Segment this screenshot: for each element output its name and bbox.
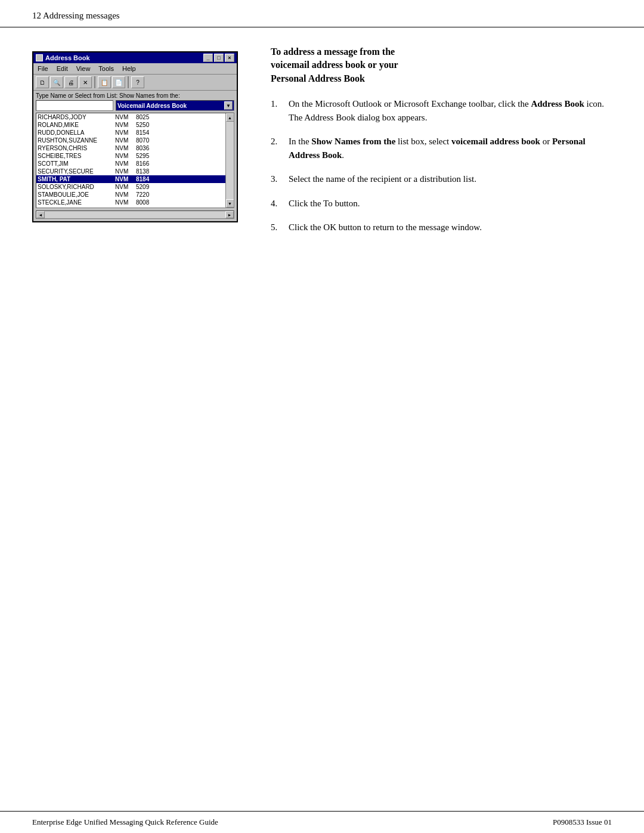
list-item-num: 8154 <box>136 129 233 136</box>
show-names-dropdown[interactable]: Voicemail Address Book ▼ <box>116 100 234 111</box>
list-container: RICHARDS,JODY NVM 8025 ROLAND,MIKE NVM 5… <box>36 113 234 208</box>
list-item[interactable]: STEEDMAN,ANDY NVM 8041 <box>36 206 234 208</box>
list-item-name: STAMBOULIE,JOE <box>38 191 115 198</box>
instruction-num-5: 5. <box>271 221 281 234</box>
type-name-label: Type Name or Select from List: <box>36 92 119 99</box>
toolbar-print[interactable]: 🖨 <box>64 76 78 88</box>
list-item-name: RUSHTON,SUZANNE <box>38 137 115 144</box>
menu-tools[interactable]: Tools <box>97 64 116 73</box>
list-item-num: 8008 <box>136 199 233 206</box>
instruction-num-2: 2. <box>271 135 281 162</box>
list-item-name: SMITH, PAT <box>38 176 115 182</box>
instruction-text-2: In the Show Names from the list box, sel… <box>289 135 612 162</box>
section-heading: To address a message from the voicemail … <box>271 45 612 85</box>
dialog-labels: Type Name or Select from List: Show Name… <box>33 91 237 100</box>
instruction-text-5: Click the OK button to return to the mes… <box>289 221 612 234</box>
list-item[interactable]: RYERSON,CHRIS NVM 8036 <box>36 144 234 152</box>
list-item-name: SECURITY,SECURE <box>38 168 115 175</box>
right-column: To address a message from the voicemail … <box>271 45 612 245</box>
list-item[interactable]: ROLAND,MIKE NVM 5250 <box>36 121 234 129</box>
dialog-title-text: Address Book <box>45 54 90 61</box>
minimize-button[interactable]: _ <box>203 54 213 62</box>
list-item-num: 5209 <box>136 184 233 190</box>
list-item[interactable]: RICHARDS,JODY NVM 8025 <box>36 113 234 121</box>
show-names-label: Show Names from the: <box>119 92 234 99</box>
dropdown-arrow-icon[interactable]: ▼ <box>224 101 233 110</box>
footer-left: Enterprise Edge Unified Messaging Quick … <box>32 817 218 827</box>
close-button[interactable]: × <box>225 54 234 62</box>
scroll-track <box>226 122 234 199</box>
heading-line2: voicemail address book or your <box>271 60 398 70</box>
list-item-type: NVM <box>115 176 136 182</box>
instruction-text-3: Select the name of the recipient or a di… <box>289 172 612 186</box>
scroll-up-button[interactable]: ▲ <box>226 113 234 122</box>
scroll-right-button[interactable]: ► <box>225 211 234 218</box>
dialog-menubar: File Edit View Tools Help <box>33 63 237 75</box>
list-item[interactable]: SECURITY,SECURE NVM 8138 <box>36 168 234 175</box>
menu-view[interactable]: View <box>75 64 92 73</box>
toolbar-search[interactable]: 🔍 <box>50 76 63 88</box>
instruction-5: 5. Click the OK button to return to the … <box>271 221 612 234</box>
list-item-type: NVM <box>115 191 136 198</box>
list-item-num: 8025 <box>136 114 233 120</box>
toolbar-properties[interactable]: 📄 <box>112 76 125 88</box>
instruction-1: 1. On the Microsoft Outlook or Microsoft… <box>271 97 612 124</box>
list-item[interactable]: SCOTT,JIM NVM 8166 <box>36 160 234 168</box>
list-item[interactable]: SMITH, PAT NVM 8184 <box>36 175 234 183</box>
list-item-type: NVM <box>115 199 136 206</box>
list-item-num: 5250 <box>136 122 233 128</box>
dropdown-value: Voicemail Address Book <box>117 103 187 109</box>
list-item[interactable]: STAMBOULIE,JOE NVM 7220 <box>36 191 234 199</box>
vertical-scrollbar[interactable]: ▲ ▼ <box>225 113 234 208</box>
page-header: 12 Addressing messages <box>0 0 644 27</box>
menu-edit[interactable]: Edit <box>55 64 70 73</box>
list-item[interactable]: SOLOSKY,RICHARD NVM 5209 <box>36 183 234 191</box>
list-item-name: RUDD,DONELLA <box>38 129 115 136</box>
maximize-button[interactable]: □ <box>214 54 224 62</box>
horizontal-scrollbar[interactable]: ◄ ► <box>36 210 234 219</box>
toolbar-help[interactable]: ? <box>131 76 144 88</box>
list-item-type: NVM <box>115 137 136 144</box>
list-item-name: RYERSON,CHRIS <box>38 145 115 151</box>
list-item[interactable]: SCHEIBE,TRES NVM 5295 <box>36 152 234 160</box>
instruction-text-1: On the Microsoft Outlook or Microsoft Ex… <box>289 97 612 124</box>
toolbar-new[interactable]: 🗋 <box>36 76 49 88</box>
instruction-3: 3. Select the name of the recipient or a… <box>271 172 612 186</box>
dialog-titlebar: Address Book _ □ × <box>33 52 237 63</box>
menu-help[interactable]: Help <box>120 64 138 73</box>
scroll-down-button[interactable]: ▼ <box>226 199 234 208</box>
list-item-type: NVM <box>115 184 136 190</box>
list-item-type: NVM <box>115 129 136 136</box>
toolbar-delete[interactable]: ✕ <box>79 76 92 88</box>
page-footer: Enterprise Edge Unified Messaging Quick … <box>0 811 644 833</box>
list-item-name: STECKLE,JANE <box>38 199 115 206</box>
instruction-num-1: 1. <box>271 97 281 124</box>
list-item-type: NVM <box>115 145 136 151</box>
list-item[interactable]: STECKLE,JANE NVM 8008 <box>36 199 234 206</box>
instruction-text-4: Click the To button. <box>289 197 612 210</box>
list-item-type: NVM <box>115 122 136 128</box>
list-item-num: 8166 <box>136 160 233 167</box>
address-list: RICHARDS,JODY NVM 8025 ROLAND,MIKE NVM 5… <box>36 113 234 208</box>
titlebar-controls: _ □ × <box>203 54 234 62</box>
instruction-4: 4. Click the To button. <box>271 197 612 210</box>
list-item-type: NVM <box>115 160 136 167</box>
list-item-name: SCOTT,JIM <box>38 160 115 167</box>
instruction-num-3: 3. <box>271 172 281 186</box>
menu-file[interactable]: File <box>36 64 50 73</box>
list-item-num: 8041 <box>136 207 233 208</box>
list-item-name: STEEDMAN,ANDY <box>38 207 115 208</box>
list-item-num: 5295 <box>136 153 233 159</box>
dialog-title: Address Book <box>36 54 90 61</box>
toolbar-newentry[interactable]: 📋 <box>98 76 111 88</box>
list-item-num: 8184 <box>136 176 233 182</box>
dialog-inputs: Voicemail Address Book ▼ <box>33 100 237 113</box>
list-item[interactable]: RUSHTON,SUZANNE NVM 8070 <box>36 137 234 144</box>
footer-right: P0908533 Issue 01 <box>553 817 612 827</box>
type-name-input[interactable] <box>36 100 113 111</box>
list-item-name: SCHEIBE,TRES <box>38 153 115 159</box>
dialog-icon <box>36 54 43 61</box>
scroll-left-button[interactable]: ◄ <box>36 211 45 218</box>
list-item-type: NVM <box>115 168 136 175</box>
list-item[interactable]: RUDD,DONELLA NVM 8154 <box>36 129 234 137</box>
